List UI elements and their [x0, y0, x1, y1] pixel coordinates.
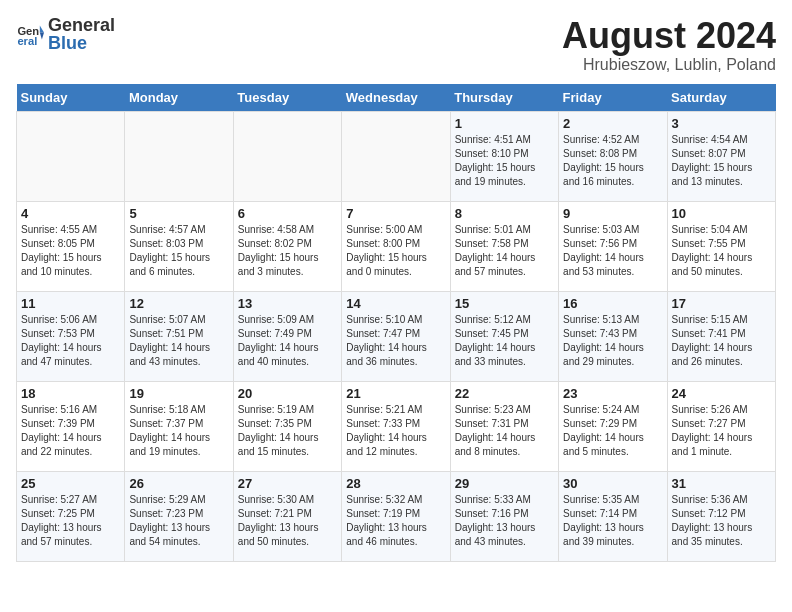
day-info: Sunrise: 5:04 AM Sunset: 7:55 PM Dayligh… [672, 223, 771, 279]
day-number: 4 [21, 206, 120, 221]
day-number: 7 [346, 206, 445, 221]
day-info: Sunrise: 5:19 AM Sunset: 7:35 PM Dayligh… [238, 403, 337, 459]
logo-icon: Gen eral [16, 20, 44, 48]
day-number: 27 [238, 476, 337, 491]
calendar-cell: 3Sunrise: 4:54 AM Sunset: 8:07 PM Daylig… [667, 111, 775, 201]
calendar-cell: 8Sunrise: 5:01 AM Sunset: 7:58 PM Daylig… [450, 201, 558, 291]
calendar-title: August 2024 [562, 16, 776, 56]
day-info: Sunrise: 5:36 AM Sunset: 7:12 PM Dayligh… [672, 493, 771, 549]
calendar-cell: 26Sunrise: 5:29 AM Sunset: 7:23 PM Dayli… [125, 471, 233, 561]
calendar-cell: 29Sunrise: 5:33 AM Sunset: 7:16 PM Dayli… [450, 471, 558, 561]
day-info: Sunrise: 5:03 AM Sunset: 7:56 PM Dayligh… [563, 223, 662, 279]
day-number: 25 [21, 476, 120, 491]
calendar-cell: 10Sunrise: 5:04 AM Sunset: 7:55 PM Dayli… [667, 201, 775, 291]
calendar-cell [233, 111, 341, 201]
day-number: 16 [563, 296, 662, 311]
day-number: 26 [129, 476, 228, 491]
calendar-cell: 14Sunrise: 5:10 AM Sunset: 7:47 PM Dayli… [342, 291, 450, 381]
day-info: Sunrise: 4:54 AM Sunset: 8:07 PM Dayligh… [672, 133, 771, 189]
day-info: Sunrise: 5:10 AM Sunset: 7:47 PM Dayligh… [346, 313, 445, 369]
calendar-cell: 21Sunrise: 5:21 AM Sunset: 7:33 PM Dayli… [342, 381, 450, 471]
day-info: Sunrise: 4:57 AM Sunset: 8:03 PM Dayligh… [129, 223, 228, 279]
day-number: 10 [672, 206, 771, 221]
day-info: Sunrise: 5:01 AM Sunset: 7:58 PM Dayligh… [455, 223, 554, 279]
day-number: 22 [455, 386, 554, 401]
day-info: Sunrise: 5:27 AM Sunset: 7:25 PM Dayligh… [21, 493, 120, 549]
day-info: Sunrise: 5:33 AM Sunset: 7:16 PM Dayligh… [455, 493, 554, 549]
day-number: 30 [563, 476, 662, 491]
day-number: 11 [21, 296, 120, 311]
day-number: 24 [672, 386, 771, 401]
day-info: Sunrise: 4:52 AM Sunset: 8:08 PM Dayligh… [563, 133, 662, 189]
day-info: Sunrise: 5:16 AM Sunset: 7:39 PM Dayligh… [21, 403, 120, 459]
day-info: Sunrise: 4:51 AM Sunset: 8:10 PM Dayligh… [455, 133, 554, 189]
calendar-cell [342, 111, 450, 201]
calendar-cell: 5Sunrise: 4:57 AM Sunset: 8:03 PM Daylig… [125, 201, 233, 291]
calendar-week-row: 18Sunrise: 5:16 AM Sunset: 7:39 PM Dayli… [17, 381, 776, 471]
calendar-cell: 25Sunrise: 5:27 AM Sunset: 7:25 PM Dayli… [17, 471, 125, 561]
calendar-cell: 30Sunrise: 5:35 AM Sunset: 7:14 PM Dayli… [559, 471, 667, 561]
day-info: Sunrise: 5:35 AM Sunset: 7:14 PM Dayligh… [563, 493, 662, 549]
calendar-cell: 12Sunrise: 5:07 AM Sunset: 7:51 PM Dayli… [125, 291, 233, 381]
weekday-header-friday: Friday [559, 84, 667, 112]
svg-marker-2 [40, 26, 44, 33]
day-number: 29 [455, 476, 554, 491]
calendar-cell: 2Sunrise: 4:52 AM Sunset: 8:08 PM Daylig… [559, 111, 667, 201]
day-number: 12 [129, 296, 228, 311]
calendar-cell: 16Sunrise: 5:13 AM Sunset: 7:43 PM Dayli… [559, 291, 667, 381]
calendar-cell: 27Sunrise: 5:30 AM Sunset: 7:21 PM Dayli… [233, 471, 341, 561]
day-number: 19 [129, 386, 228, 401]
weekday-header-row: SundayMondayTuesdayWednesdayThursdayFrid… [17, 84, 776, 112]
day-number: 31 [672, 476, 771, 491]
day-info: Sunrise: 5:12 AM Sunset: 7:45 PM Dayligh… [455, 313, 554, 369]
calendar-cell: 31Sunrise: 5:36 AM Sunset: 7:12 PM Dayli… [667, 471, 775, 561]
calendar-cell [125, 111, 233, 201]
day-info: Sunrise: 5:18 AM Sunset: 7:37 PM Dayligh… [129, 403, 228, 459]
day-number: 9 [563, 206, 662, 221]
calendar-cell: 1Sunrise: 4:51 AM Sunset: 8:10 PM Daylig… [450, 111, 558, 201]
day-info: Sunrise: 4:55 AM Sunset: 8:05 PM Dayligh… [21, 223, 120, 279]
day-number: 28 [346, 476, 445, 491]
day-info: Sunrise: 5:23 AM Sunset: 7:31 PM Dayligh… [455, 403, 554, 459]
day-info: Sunrise: 5:07 AM Sunset: 7:51 PM Dayligh… [129, 313, 228, 369]
calendar-cell: 23Sunrise: 5:24 AM Sunset: 7:29 PM Dayli… [559, 381, 667, 471]
weekday-header-thursday: Thursday [450, 84, 558, 112]
weekday-header-tuesday: Tuesday [233, 84, 341, 112]
day-info: Sunrise: 5:32 AM Sunset: 7:19 PM Dayligh… [346, 493, 445, 549]
day-number: 20 [238, 386, 337, 401]
day-info: Sunrise: 5:29 AM Sunset: 7:23 PM Dayligh… [129, 493, 228, 549]
calendar-cell: 22Sunrise: 5:23 AM Sunset: 7:31 PM Dayli… [450, 381, 558, 471]
calendar-cell: 15Sunrise: 5:12 AM Sunset: 7:45 PM Dayli… [450, 291, 558, 381]
calendar-cell: 9Sunrise: 5:03 AM Sunset: 7:56 PM Daylig… [559, 201, 667, 291]
calendar-cell: 13Sunrise: 5:09 AM Sunset: 7:49 PM Dayli… [233, 291, 341, 381]
day-info: Sunrise: 5:21 AM Sunset: 7:33 PM Dayligh… [346, 403, 445, 459]
calendar-table: SundayMondayTuesdayWednesdayThursdayFrid… [16, 84, 776, 562]
day-number: 13 [238, 296, 337, 311]
day-info: Sunrise: 5:09 AM Sunset: 7:49 PM Dayligh… [238, 313, 337, 369]
day-info: Sunrise: 5:15 AM Sunset: 7:41 PM Dayligh… [672, 313, 771, 369]
calendar-subtitle: Hrubieszow, Lublin, Poland [562, 56, 776, 74]
calendar-cell: 6Sunrise: 4:58 AM Sunset: 8:02 PM Daylig… [233, 201, 341, 291]
day-number: 17 [672, 296, 771, 311]
calendar-cell: 11Sunrise: 5:06 AM Sunset: 7:53 PM Dayli… [17, 291, 125, 381]
svg-text:eral: eral [17, 35, 37, 47]
title-block: August 2024 Hrubieszow, Lublin, Poland [562, 16, 776, 74]
weekday-header-monday: Monday [125, 84, 233, 112]
day-number: 18 [21, 386, 120, 401]
day-number: 6 [238, 206, 337, 221]
calendar-cell: 24Sunrise: 5:26 AM Sunset: 7:27 PM Dayli… [667, 381, 775, 471]
calendar-cell: 7Sunrise: 5:00 AM Sunset: 8:00 PM Daylig… [342, 201, 450, 291]
day-number: 3 [672, 116, 771, 131]
day-number: 21 [346, 386, 445, 401]
day-number: 8 [455, 206, 554, 221]
svg-marker-3 [40, 33, 44, 40]
day-number: 5 [129, 206, 228, 221]
page-header: Gen eral General Blue August 2024 Hrubie… [16, 16, 776, 74]
day-info: Sunrise: 5:13 AM Sunset: 7:43 PM Dayligh… [563, 313, 662, 369]
day-info: Sunrise: 5:06 AM Sunset: 7:53 PM Dayligh… [21, 313, 120, 369]
calendar-week-row: 25Sunrise: 5:27 AM Sunset: 7:25 PM Dayli… [17, 471, 776, 561]
calendar-cell: 20Sunrise: 5:19 AM Sunset: 7:35 PM Dayli… [233, 381, 341, 471]
calendar-week-row: 1Sunrise: 4:51 AM Sunset: 8:10 PM Daylig… [17, 111, 776, 201]
day-number: 14 [346, 296, 445, 311]
calendar-cell: 28Sunrise: 5:32 AM Sunset: 7:19 PM Dayli… [342, 471, 450, 561]
